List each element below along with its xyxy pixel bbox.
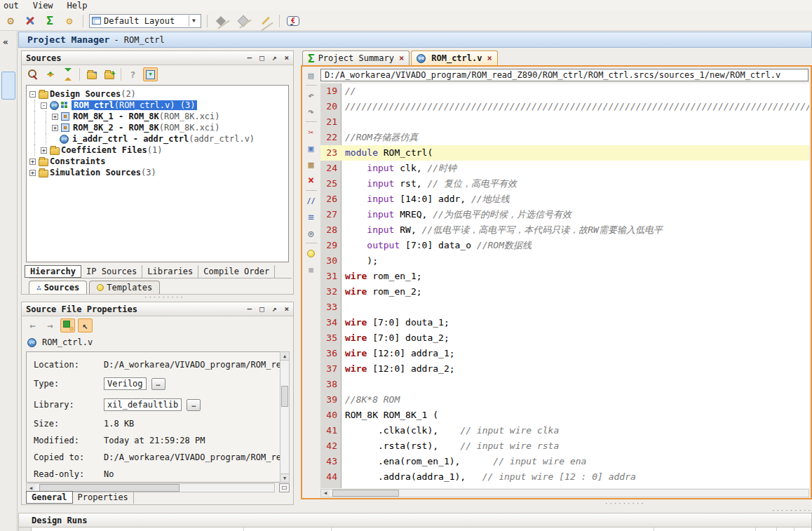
- close-button[interactable]: ×: [284, 306, 289, 313]
- indent-button[interactable]: [304, 210, 318, 223]
- collapse-all-button[interactable]: [60, 67, 75, 81]
- collapse-node-button[interactable]: -: [29, 91, 36, 98]
- syntax-check-button[interactable]: [304, 247, 318, 260]
- tab-general[interactable]: General: [26, 491, 73, 504]
- float-button[interactable]: ↗: [272, 55, 277, 62]
- maximize-button[interactable]: □: [259, 55, 264, 62]
- tab-hierarchy[interactable]: Hierarchy: [25, 265, 81, 278]
- scroll-to-selected-button[interactable]: [143, 67, 158, 81]
- code-line[interactable]: 22//ROM存储器仿真: [320, 130, 809, 145]
- maximize-button[interactable]: □: [259, 306, 264, 313]
- close-icon[interactable]: ×: [487, 53, 492, 63]
- help-button[interactable]: [126, 67, 140, 81]
- detach-grid-button[interactable]: [279, 483, 290, 492]
- code-line[interactable]: 35wire [7:0] douta_2;: [320, 330, 809, 346]
- tools-button[interactable]: [22, 13, 38, 29]
- forward-arrow-button[interactable]: [43, 318, 57, 332]
- tab-libraries[interactable]: Libraries: [142, 265, 198, 278]
- scroll-thumb[interactable]: [281, 386, 288, 407]
- menu-item-help[interactable]: Help: [66, 1, 89, 11]
- menu-item-view[interactable]: View: [32, 1, 55, 11]
- menu-item-out[interactable]: out: [2, 1, 20, 11]
- chevron-down-icon[interactable]: ▼: [189, 15, 198, 27]
- code-line[interactable]: 44 .addra(addra_1), // input wire [12 : …: [320, 469, 809, 485]
- cut-button[interactable]: [304, 126, 318, 138]
- edit-properties-button[interactable]: [60, 318, 75, 332]
- code-line[interactable]: 42 .rsta(rst), // input wire rsta: [320, 438, 809, 454]
- editor-h-scrollbar[interactable]: ◀: [320, 489, 809, 497]
- expand-node-button[interactable]: +: [52, 125, 58, 131]
- editor-tab-rom-ctrl-v[interactable]: ROM_ctrl.v×: [411, 51, 497, 65]
- language-bubble-button[interactable]: [285, 13, 301, 29]
- scroll-up-arrow[interactable]: ▲: [280, 352, 289, 361]
- refresh-hierarchy-button[interactable]: ➜: [84, 67, 99, 81]
- code-line[interactable]: 41 .clka(clk), // input wire clka: [320, 423, 809, 438]
- code-line[interactable]: 21: [320, 114, 809, 130]
- code-line[interactable]: 27 input MREQ, //为低电平的时候，片选信号有效: [320, 207, 809, 222]
- tree-item[interactable]: -ROM_ctrl (ROM_ctrl.v) (3): [27, 100, 288, 111]
- search-button[interactable]: [25, 67, 40, 81]
- splitter-handle[interactable]: ·········: [604, 502, 645, 506]
- code-line[interactable]: 29 output [7:0] data_o //ROM数据线: [320, 238, 809, 253]
- tree-item[interactable]: -Design Sources (2): [27, 88, 288, 100]
- settings-gears-button[interactable]: [3, 13, 18, 29]
- scroll-down-arrow[interactable]: ▼: [280, 473, 289, 482]
- tree-item[interactable]: +Simulation Sources (3): [27, 167, 288, 178]
- ellipsis-button[interactable]: …: [187, 399, 201, 411]
- splitter-handle[interactable]: ·········: [144, 296, 184, 300]
- code-line[interactable]: 31wire rom_en_1;: [320, 269, 809, 284]
- sigma-button[interactable]: [42, 13, 57, 29]
- v-scrollbar[interactable]: ▲ ▼: [280, 351, 290, 483]
- close-button[interactable]: ×: [284, 55, 289, 62]
- property-field[interactable]: Verilog: [104, 377, 147, 390]
- code-line[interactable]: 32wire rom_en_2;: [320, 284, 809, 300]
- minimize-button[interactable]: —: [248, 55, 252, 62]
- code-line[interactable]: 20//////////////////////////////////////…: [320, 99, 809, 114]
- code-line[interactable]: 37wire [12:0] addra_2;: [320, 361, 809, 377]
- pane-tab-templates[interactable]: Templates: [89, 281, 160, 294]
- tree-item[interactable]: i_addr_ctrl - addr_ctrl (addr_ctrl.v): [27, 133, 288, 144]
- code-line[interactable]: 38: [320, 377, 809, 392]
- expand-all-button[interactable]: [43, 67, 57, 81]
- code-line[interactable]: 19//: [320, 83, 809, 99]
- delete-button[interactable]: [304, 174, 318, 187]
- tree-item[interactable]: +Constraints: [27, 156, 288, 167]
- minimize-button[interactable]: —: [248, 306, 252, 313]
- scroll-left-arrow[interactable]: ◀: [321, 490, 330, 497]
- layout-selector[interactable]: Default Layout ▼: [89, 14, 201, 28]
- collapse-node-button[interactable]: -: [41, 102, 47, 109]
- toggle-comment-button[interactable]: [304, 194, 318, 207]
- code-line[interactable]: 26 input [14:0] addr, //地址线: [320, 191, 809, 207]
- tab-compile-order[interactable]: Compile Order: [198, 265, 275, 278]
- code-line[interactable]: 34wire [7:0] douta_1;: [320, 315, 809, 330]
- back-arrow-button[interactable]: [25, 318, 40, 332]
- expand-node-button[interactable]: +: [41, 147, 47, 154]
- add-sources-button[interactable]: +: [102, 67, 116, 81]
- collapse-panel-button[interactable]: «: [3, 36, 8, 47]
- code-line[interactable]: 33: [320, 300, 809, 315]
- redo-button[interactable]: [304, 105, 318, 118]
- find-replace-button[interactable]: [304, 227, 318, 239]
- save-button[interactable]: [304, 69, 318, 81]
- scroll-thumb[interactable]: [332, 490, 399, 497]
- code-line[interactable]: 40ROM_8K ROM_8K_1 (: [320, 408, 809, 423]
- float-button[interactable]: ↗: [272, 306, 277, 313]
- tree-item[interactable]: +ROM_8K_2 - ROM_8K (ROM_8K.xci): [27, 122, 288, 133]
- editor-tab-project-summary[interactable]: Project Summary×: [302, 51, 410, 65]
- gear-customize-button[interactable]: [62, 13, 77, 29]
- expand-node-button[interactable]: +: [52, 114, 58, 120]
- code-line[interactable]: 23module ROM_ctrl(: [320, 145, 809, 161]
- paste-button[interactable]: [304, 158, 318, 170]
- code-area[interactable]: 19//20//////////////////////////////////…: [320, 83, 809, 488]
- code-line[interactable]: 36wire [12:0] addra_1;: [320, 346, 809, 361]
- undo-button[interactable]: [304, 89, 318, 102]
- tab-properties[interactable]: Properties: [73, 491, 134, 504]
- pane-tab-sources[interactable]: Sources: [29, 281, 87, 294]
- property-field[interactable]: xil_defaultlib: [104, 398, 182, 411]
- rail-collapsed-panel[interactable]: [1, 72, 15, 100]
- tree-item[interactable]: +Coefficient Files (1): [27, 144, 288, 156]
- ellipsis-button[interactable]: …: [151, 378, 165, 390]
- insert-template-button[interactable]: [304, 263, 318, 276]
- code-line[interactable]: 30 );: [320, 253, 809, 269]
- expand-node-button[interactable]: +: [29, 170, 36, 176]
